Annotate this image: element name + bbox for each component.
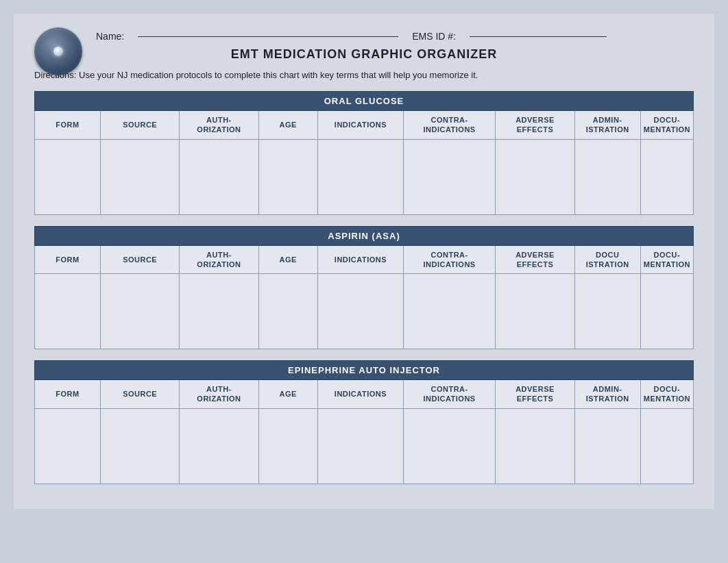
oral-glucose-title: ORAL GLUCOSE (35, 92, 694, 111)
ems-label: EMS ID #: (412, 31, 456, 42)
logo-area (34, 27, 82, 75)
epinephrine-title-row: EPINEPHRINE AUTO INJECTOR (35, 361, 694, 380)
aspirin-admin-cell (574, 274, 640, 349)
epinephrine-header-row: FORM SOURCE AUTH-ORIZATION AGE INDICATIO… (35, 380, 694, 409)
oral-glucose-age-cell (258, 139, 317, 214)
aspirin-col-age: AGE (258, 245, 317, 274)
aspirin-col-source: SOURCE (101, 245, 180, 274)
aspirin-col-admin: DOCUISTRATION (574, 245, 640, 274)
name-row: Name: EMS ID #: (96, 31, 694, 42)
epinephrine-adverse-cell (496, 408, 574, 484)
epinephrine-age-cell (258, 408, 317, 484)
oral-glucose-data-row (35, 139, 694, 214)
epinephrine-form-cell (35, 408, 101, 484)
epinephrine-col-docu: DOCU-MENTATION (640, 380, 693, 409)
epinephrine-table: EPINEPHRINE AUTO INJECTOR FORM SOURCE AU… (34, 360, 694, 484)
oral-glucose-indications-cell (318, 139, 404, 214)
epinephrine-col-source: SOURCE (101, 380, 180, 409)
epinephrine-col-age: AGE (258, 380, 317, 409)
aspirin-form-cell (35, 274, 101, 349)
aspirin-col-docu: DOCU-MENTATION (640, 245, 693, 274)
aspirin-title-row: ASPIRIN (ASA) (35, 226, 694, 245)
aspirin-age-cell (258, 274, 317, 349)
epinephrine-contra-cell (403, 408, 495, 484)
aspirin-col-form: FORM (35, 245, 101, 274)
epinephrine-col-adverse: ADVERSEEFFECTS (496, 380, 574, 409)
oral-glucose-title-row: ORAL GLUCOSE (35, 92, 694, 111)
epinephrine-title: EPINEPHRINE AUTO INJECTOR (35, 361, 694, 380)
col-header-admin: ADMIN-ISTRATION (574, 111, 640, 140)
aspirin-col-contra: CONTRA-INDICATIONS (403, 245, 495, 274)
oral-glucose-table: ORAL GLUCOSE FORM SOURCE AUTH-ORIZATION … (34, 91, 694, 215)
oral-glucose-auth-cell (180, 139, 258, 214)
section-aspirin: ASPIRIN (ASA) FORM SOURCE AUTH-ORIZATION… (34, 226, 694, 350)
epinephrine-data-row (35, 408, 694, 484)
oral-glucose-contra-cell (403, 139, 495, 214)
aspirin-col-adverse: ADVERSEEFFECTS (496, 245, 574, 274)
main-title: EMT MEDICATION GRAPHIC ORGANIZER (34, 47, 694, 62)
oral-glucose-form-cell (35, 139, 101, 214)
col-header-docu: DOCU-MENTATION (640, 111, 693, 140)
aspirin-contra-cell (403, 274, 495, 349)
aspirin-docu-cell (640, 274, 693, 349)
col-header-source: SOURCE (101, 111, 180, 140)
section-epinephrine: EPINEPHRINE AUTO INJECTOR FORM SOURCE AU… (34, 360, 694, 484)
oral-glucose-adverse-cell (496, 139, 574, 214)
epinephrine-col-form: FORM (35, 380, 101, 409)
page: Name: EMS ID #: EMT MEDICATION GRAPHIC O… (14, 14, 714, 509)
name-label: Name: (96, 31, 124, 42)
epinephrine-indications-cell (318, 408, 404, 484)
col-header-adverse: ADVERSEEFFECTS (496, 111, 574, 140)
aspirin-adverse-cell (496, 274, 574, 349)
aspirin-table: ASPIRIN (ASA) FORM SOURCE AUTH-ORIZATION… (34, 226, 694, 350)
oral-glucose-docu-cell (640, 139, 693, 214)
col-header-form: FORM (35, 111, 101, 140)
section-oral-glucose: ORAL GLUCOSE FORM SOURCE AUTH-ORIZATION … (34, 91, 694, 215)
aspirin-col-auth: AUTH-ORIZATION (180, 245, 258, 274)
epinephrine-source-cell (101, 408, 180, 484)
aspirin-header-row: FORM SOURCE AUTH-ORIZATION AGE INDICATIO… (35, 245, 694, 274)
header-section: Name: EMS ID #: (96, 27, 694, 42)
aspirin-indications-cell (318, 274, 404, 349)
aspirin-col-indications: INDICATIONS (318, 245, 404, 274)
col-header-contra: CONTRA-INDICATIONS (403, 111, 495, 140)
ems-line (470, 36, 607, 37)
epinephrine-admin-cell (574, 408, 640, 484)
epinephrine-docu-cell (640, 408, 693, 484)
aspirin-title: ASPIRIN (ASA) (35, 226, 694, 245)
col-header-indications: INDICATIONS (318, 111, 404, 140)
oral-glucose-header-row: FORM SOURCE AUTH-ORIZATION AGE INDICATIO… (35, 111, 694, 140)
col-header-auth: AUTH-ORIZATION (180, 111, 258, 140)
logo-icon (34, 27, 82, 75)
aspirin-source-cell (101, 274, 180, 349)
directions: Directions: Use your NJ medication proto… (34, 70, 694, 80)
aspirin-auth-cell (180, 274, 258, 349)
name-line (138, 36, 398, 37)
epinephrine-col-auth: AUTH-ORIZATION (180, 380, 258, 409)
epinephrine-col-indications: INDICATIONS (318, 380, 404, 409)
logo-dot (53, 47, 63, 56)
oral-glucose-admin-cell (574, 139, 640, 214)
epinephrine-col-admin: ADMIN-ISTRATION (574, 380, 640, 409)
aspirin-data-row (35, 274, 694, 349)
oral-glucose-source-cell (101, 139, 180, 214)
col-header-age: AGE (258, 111, 317, 140)
epinephrine-auth-cell (180, 408, 258, 484)
epinephrine-col-contra: CONTRA-INDICATIONS (403, 380, 495, 409)
